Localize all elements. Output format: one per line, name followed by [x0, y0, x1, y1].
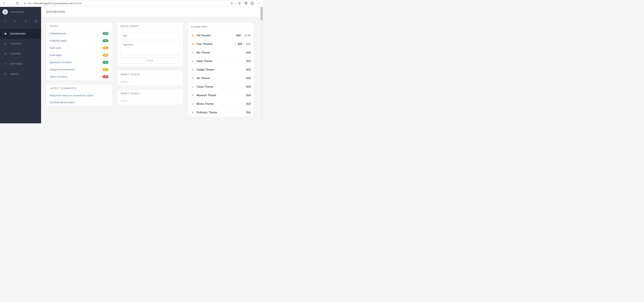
collections-button[interactable]: [243, 0, 249, 6]
forward-button[interactable]: [8, 0, 14, 6]
offer-price: $19: [246, 51, 251, 54]
svg-rect-13: [6, 34, 6, 34]
offer-old-price: $69: [246, 42, 251, 45]
star-icon: [191, 77, 194, 80]
info-icon: [4, 73, 7, 75]
user-icon[interactable]: [21, 17, 31, 25]
stats-label[interactable]: Spam comments: [50, 75, 67, 78]
svg-point-8: [25, 20, 26, 21]
sidebar-item-about[interactable]: ABOUT: [0, 69, 41, 79]
stats-row[interactable]: Approved Comments1: [46, 59, 112, 66]
stats-row[interactable]: Published posts1: [46, 30, 112, 37]
star-icon: [191, 51, 194, 54]
offer-price: $14: [246, 68, 251, 71]
sliders-icon: [4, 53, 7, 55]
comment-row[interactable]: Comment left by visitor1.: [46, 99, 112, 106]
sidebar-item-content[interactable]: CONTENT: [0, 39, 41, 49]
stats-label[interactable]: Published posts: [50, 32, 66, 35]
stats-label[interactable]: Draft posts: [50, 47, 61, 49]
offer-price: $14: [246, 102, 251, 105]
more-button[interactable]: [256, 0, 262, 6]
svg-rect-12: [4, 34, 5, 34]
address-bar[interactable]: https://demoblogapp002.azurewebsites.net…: [22, 1, 235, 6]
stats-card: STATS Published posts1Published pages0Dr…: [46, 22, 112, 80]
stats-badge: 0: [102, 75, 108, 78]
offer-name: Air Theme: [196, 77, 244, 80]
stats-row[interactable]: Draft posts0: [46, 44, 112, 51]
favorites-button[interactable]: [236, 0, 242, 6]
back-button[interactable]: [1, 0, 7, 6]
stats-label[interactable]: Unapproved Comments: [50, 68, 74, 71]
offer-row[interactable]: Daily Theme$14: [188, 57, 254, 65]
key-icon[interactable]: [10, 17, 20, 25]
offer-row[interactable]: Air Theme$14: [188, 74, 254, 83]
list-icon: [4, 42, 7, 45]
stats-badge: 1: [102, 68, 108, 71]
comment-text[interactable]: Reply from visitor2 on comment by visito…: [50, 94, 94, 97]
offer-name: Indigo Theme: [196, 68, 244, 71]
draft-posts-empty: EMPTY: [117, 78, 183, 85]
offer-price: $14: [246, 77, 251, 80]
add-tab-favorite-icon[interactable]: [230, 2, 233, 5]
stats-row[interactable]: Unapproved Comments1: [46, 66, 112, 73]
stats-row[interactable]: Published pages0: [46, 37, 112, 44]
offer-row[interactable]: Misha Theme$14: [188, 100, 254, 108]
offer-row[interactable]: Ordinary Theme$14: [188, 108, 254, 117]
scrollbar[interactable]: [260, 7, 263, 123]
stats-header: STATS: [46, 22, 112, 30]
avatar: [2, 9, 8, 14]
comment-row[interactable]: Reply from visitor2 on comment by visito…: [46, 92, 112, 99]
refresh-button[interactable]: [14, 0, 20, 6]
power-icon[interactable]: [0, 17, 10, 25]
offer-row[interactable]: Indigo Theme$14: [188, 65, 254, 74]
svg-point-7: [14, 21, 16, 22]
offer-row[interactable]: Biz Theme$19: [188, 48, 254, 57]
offer-price: $14: [246, 94, 251, 97]
svg-rect-11: [6, 33, 6, 33]
page-header: DASHBOARD: [41, 7, 263, 17]
sidebar-nav: DASHBOARD CONTENT CUSTOM SETTINGS ABOUT: [0, 25, 41, 79]
draft-pages-card: DRAFT PAGES EMPTY: [117, 90, 183, 105]
stats-badge: 0: [102, 46, 108, 49]
profile-button[interactable]: [249, 0, 255, 6]
star-icon: [191, 42, 194, 45]
offers-header: Limited Offer: [188, 22, 254, 31]
offer-row[interactable]: Clean Theme$14: [188, 83, 254, 91]
save-button[interactable]: SAVE: [120, 57, 180, 64]
stats-row[interactable]: Draft pages0: [46, 51, 112, 59]
svg-rect-0: [24, 3, 26, 4]
draft-posts-card: DRAFT POSTS EMPTY: [117, 70, 183, 86]
offer-name: Ordinary Theme: [196, 111, 244, 114]
scrollbar-thumb[interactable]: [260, 7, 263, 20]
draft-pages-header: DRAFT PAGES: [117, 90, 183, 97]
globe-icon[interactable]: [31, 17, 41, 25]
stats-label[interactable]: Approved Comments: [50, 61, 72, 64]
comment-text[interactable]: Comment left by visitor1.: [50, 101, 76, 104]
sidebar-item-custom[interactable]: CUSTOM: [0, 49, 41, 59]
svg-point-5: [259, 3, 260, 3]
star-icon: [191, 111, 194, 114]
sidebar-item-settings[interactable]: SETTINGS: [0, 59, 41, 69]
stats-label[interactable]: Published pages: [50, 39, 67, 42]
stats-badge: 1: [102, 32, 108, 35]
draft-body-textarea[interactable]: [120, 41, 180, 55]
sidebar-item-dashboard[interactable]: DASHBOARD: [0, 29, 41, 39]
sidebar-item-label: CUSTOM: [10, 52, 21, 55]
offer-row[interactable]: Five Themes$29$69: [188, 40, 254, 48]
offer-old-price: $145: [245, 34, 251, 37]
browser-toolbar: https://demoblogapp002.azurewebsites.net…: [0, 0, 263, 7]
stats-label[interactable]: Draft pages: [50, 54, 62, 56]
offer-name: Clean Theme: [196, 85, 244, 88]
offer-row[interactable]: All Themes$39$145: [188, 31, 254, 40]
svg-point-14: [5, 63, 6, 64]
quick-draft-card: QUICK DRAFT SAVE: [117, 22, 183, 66]
main: DASHBOARD STATS Published posts1Publishe…: [41, 7, 263, 123]
star-icon: [191, 60, 194, 63]
sidebar-item-label: SETTINGS: [10, 62, 22, 65]
offer-price: $29: [238, 42, 242, 45]
stats-row[interactable]: Spam comments0: [46, 73, 112, 80]
offer-price: $39: [236, 34, 241, 37]
draft-title-input[interactable]: [120, 33, 180, 39]
sidebar-user[interactable]: Administrator: [0, 7, 41, 17]
offer-row[interactable]: Moment Theme$14: [188, 91, 254, 100]
